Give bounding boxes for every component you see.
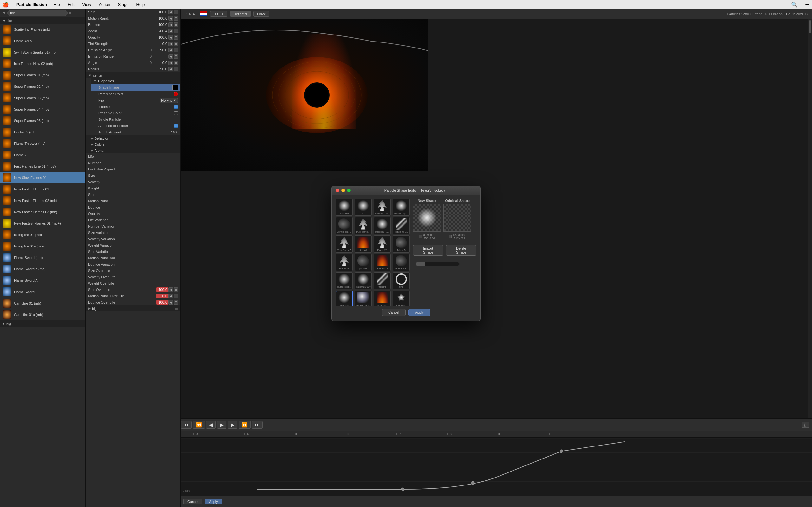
shape-label: nf1	[355, 212, 371, 215]
shape-editor-header: Particle Shape Editor – Fire.il3 (locked…	[332, 186, 480, 195]
shape-visual	[357, 218, 369, 230]
shape-label: hubble_stars	[355, 304, 371, 307]
apply-dialog-button[interactable]: Apply	[408, 309, 430, 316]
main-layout: ▼ ✕ ▼ fire Scattering Flames (mb)Flame A…	[0, 9, 812, 507]
delete-shape-button[interactable]: Delete Shape	[446, 245, 476, 256]
original-shape-icon	[449, 235, 452, 238]
shape-thumb[interactable]: Tcloud5	[393, 235, 410, 252]
shape-thumb[interactable]: spark-alt2	[393, 291, 410, 306]
progress-fill	[416, 262, 425, 266]
window-maximize-button[interactable]	[347, 188, 351, 192]
shape-visual	[376, 218, 388, 230]
shape-visual	[339, 255, 350, 267]
shape-thumb[interactable]: Comic_smo...	[336, 217, 353, 234]
shape-visual	[357, 274, 369, 285]
shape-action-buttons: Import Shape Delete Shape	[413, 242, 476, 258]
shape-visual	[339, 218, 350, 230]
shape-visual	[357, 237, 369, 248]
shape-thumb[interactable]: Flame3200...	[374, 199, 391, 216]
shape-visual	[357, 292, 369, 303]
shape-label: TrueFlame7	[336, 249, 352, 251]
shape-preview-area: New Shape dust0000256×256	[413, 199, 476, 306]
shape-thumb[interactable]: basic blur	[336, 199, 353, 216]
shape-label: Tcloud5	[393, 249, 409, 251]
new-shape-label: New Shape	[418, 199, 437, 203]
new-shape-preview	[413, 204, 441, 232]
shape-visual	[339, 292, 350, 303]
shape-progress	[413, 261, 476, 267]
shape-label: fireball	[355, 249, 371, 251]
shape-editor-body: basic blurnf1Flame3200...blurred spl...C…	[332, 195, 480, 321]
shape-label: spark-alt2	[393, 304, 409, 307]
shape-label: Flame3200...	[374, 212, 391, 215]
shape-label: blurred spl...	[393, 212, 409, 215]
shape-visual	[396, 255, 407, 267]
shape-thumb[interactable]: small blur st...	[374, 217, 391, 234]
new-shape-icon	[419, 235, 422, 238]
shape-label: apop0023	[374, 267, 391, 270]
shape-thumb[interactable]: hubble_stars	[355, 291, 372, 306]
shape-columns: basic blurnf1Flame3200...blurred spl...C…	[336, 199, 476, 306]
shape-visual	[357, 255, 369, 267]
original-shape-image	[448, 208, 467, 227]
shape-thumb[interactable]: plume8	[355, 254, 372, 271]
shape-visual	[376, 292, 388, 303]
progress-bar	[415, 262, 460, 266]
shape-label: waterfall0000	[355, 285, 371, 288]
shape-label: TrueFlame5X	[355, 230, 371, 233]
dialog-buttons: Cancel Apply	[336, 306, 476, 317]
original-shape-info-row: cloud0080512×512	[449, 233, 466, 240]
shape-preview-inner: New Shape dust0000256×256	[413, 199, 476, 240]
shape-grid: basic blurnf1Flame3200...blurred spl...C…	[336, 199, 410, 306]
shape-thumb[interactable]: apop0023	[374, 254, 391, 271]
shape-thumb[interactable]: dust0000	[336, 291, 353, 306]
new-shape-info-row: dust0000256×256	[419, 233, 435, 240]
shape-editor-title: Particle Shape Editor – Fire.il3 (locked…	[353, 188, 476, 192]
window-minimize-button[interactable]	[341, 188, 345, 192]
shape-visual	[376, 200, 388, 211]
shape-thumb[interactable]: ring	[393, 272, 410, 289]
cancel-dialog-button[interactable]: Cancel	[382, 309, 406, 316]
shape-thumb[interactable]: fireball	[355, 235, 372, 252]
shape-thumb[interactable]: lightning 01	[393, 217, 410, 234]
shape-label: cloud advan...	[393, 267, 409, 270]
new-shape-section: New Shape dust0000256×256	[413, 199, 441, 240]
new-shape-image	[417, 208, 437, 227]
shape-label: fulmini	[374, 285, 391, 288]
shape-thumb[interactable]: blurred spk...	[336, 272, 353, 289]
shape-label: dust0000	[336, 304, 352, 307]
shape-label: Flame28	[374, 249, 391, 251]
shape-thumb[interactable]: fulmini	[374, 272, 391, 289]
shape-visual	[396, 200, 407, 211]
shape-label: Flame27	[336, 267, 352, 270]
shape-visual	[376, 255, 388, 267]
shape-visual	[396, 218, 407, 230]
original-shape-info: cloud0080512×512	[453, 233, 466, 240]
shape-editor-dialog: Particle Shape Editor – Fire.il3 (locked…	[332, 186, 480, 321]
shape-label: ROKT001	[374, 304, 391, 307]
shape-label: lightning 01	[393, 230, 409, 233]
shape-thumb[interactable]: Flame28	[374, 235, 391, 252]
shape-label: ring	[393, 285, 409, 288]
window-close-button[interactable]	[336, 188, 339, 192]
shape-label: blurred spk...	[336, 285, 352, 288]
shape-thumb[interactable]: ROKT001	[374, 291, 391, 306]
shape-visual	[339, 200, 350, 211]
import-shape-button[interactable]: Import Shape	[413, 245, 444, 256]
shape-visual	[339, 237, 350, 248]
shape-grid-container: basic blurnf1Flame3200...blurred spl...C…	[336, 199, 410, 306]
shape-thumb[interactable]: blurred spl...	[393, 199, 410, 216]
shape-thumb[interactable]: waterfall0000	[355, 272, 372, 289]
shape-visual	[396, 237, 407, 248]
shape-thumb[interactable]: Flame27	[336, 254, 353, 271]
new-shape-info: dust0000256×256	[423, 233, 435, 240]
modal-overlay: Particle Shape Editor – Fire.il3 (locked…	[0, 0, 812, 507]
shape-label: Comic_smo...	[336, 230, 352, 233]
shape-visual	[376, 237, 388, 248]
shape-thumb[interactable]: nf1	[355, 199, 372, 216]
shape-thumb[interactable]: TrueFlame5X	[355, 217, 372, 234]
shape-label: plume8	[355, 267, 371, 270]
shape-thumb[interactable]: cloud advan...	[393, 254, 410, 271]
shape-thumb[interactable]: TrueFlame7	[336, 235, 353, 252]
original-shape-section: Original Shape cloud0080512×512	[444, 199, 471, 240]
